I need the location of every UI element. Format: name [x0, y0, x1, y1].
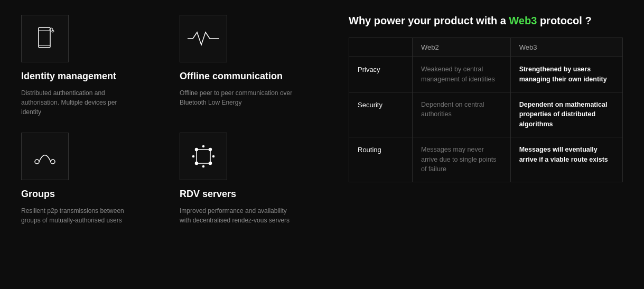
- row-web3: Dependent on mathematical properties of …: [510, 92, 622, 137]
- col-header-category: [349, 38, 413, 57]
- feature-groups: Groups Resilient p2p transmissions betwe…: [21, 133, 158, 225]
- svg-rect-7: [197, 150, 210, 163]
- comparison-tbody: Privacy Weakened by central management o…: [349, 57, 623, 182]
- row-web3: Strengthened by users managing their own…: [510, 57, 622, 92]
- identity-management-icon-box: [21, 15, 69, 62]
- features-grid: Identity management Distributed authenti…: [21, 15, 317, 225]
- title-suffix: protocol ?: [537, 15, 591, 26]
- svg-point-5: [35, 160, 39, 164]
- svg-point-11: [209, 162, 212, 165]
- svg-point-9: [209, 148, 212, 151]
- title-prefix: Why power your product with a: [349, 15, 509, 26]
- svg-point-8: [195, 148, 198, 151]
- row-web2: Messages may never arrive due to single …: [413, 137, 511, 182]
- svg-point-10: [195, 162, 198, 165]
- comparison-table: Web2 Web3 Privacy Weakened by central ma…: [349, 38, 623, 182]
- svg-point-15: [213, 156, 214, 157]
- row-category: Routing: [349, 137, 413, 182]
- identity-management-desc: Distributed authentication and authorisa…: [21, 88, 137, 117]
- svg-point-14: [193, 156, 194, 157]
- rdv-servers-desc: Improved performance and availability wi…: [180, 206, 296, 225]
- svg-point-6: [51, 160, 55, 164]
- rdv-servers-title: RDV servers: [180, 189, 317, 200]
- table-row: Privacy Weakened by central management o…: [349, 57, 623, 92]
- svg-point-12: [203, 146, 204, 147]
- feature-rdv-servers: RDV servers Improved performance and ava…: [180, 133, 317, 225]
- feature-identity-management: Identity management Distributed authenti…: [21, 15, 158, 117]
- col-header-web3: Web3: [510, 38, 622, 57]
- table-row: Routing Messages may never arrive due to…: [349, 137, 623, 182]
- title-highlight: Web3: [509, 15, 537, 26]
- row-category: Privacy: [349, 57, 413, 92]
- row-web2: Dependent on central authorities: [413, 92, 511, 137]
- col-header-web2: Web2: [413, 38, 511, 57]
- comparison-title: Why power your product with a Web3 proto…: [349, 15, 623, 27]
- identity-management-title: Identity management: [21, 71, 158, 82]
- groups-desc: Resilient p2p transmissions between grou…: [21, 206, 137, 225]
- offline-communication-desc: Offline peer to peer communication over …: [180, 88, 296, 107]
- svg-point-13: [203, 166, 204, 167]
- row-category: Security: [349, 92, 413, 137]
- table-row: Security Dependent on central authoritie…: [349, 92, 623, 137]
- rdv-servers-icon-box: [180, 133, 227, 180]
- row-web2: Weakened by central management of identi…: [413, 57, 511, 92]
- offline-communication-icon-box: [180, 15, 227, 62]
- groups-icon-box: [21, 133, 69, 180]
- row-web3: Messages will eventually arrive if a via…: [510, 137, 622, 182]
- offline-communication-title: Offline communication: [180, 71, 317, 82]
- groups-title: Groups: [21, 189, 158, 200]
- feature-offline-communication: Offline communication Offline peer to pe…: [180, 15, 317, 117]
- comparison-section: Why power your product with a Web3 proto…: [317, 15, 623, 182]
